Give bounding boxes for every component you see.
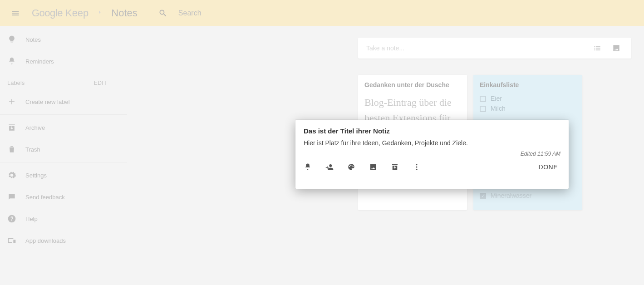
search-input[interactable] [178,9,360,17]
header: Google Keep Notes [0,0,644,26]
sidebar-item-help[interactable]: Help [0,208,127,230]
svg-point-1 [416,167,418,168]
gear-icon [7,171,25,180]
sidebar-item-downloads[interactable]: App downloads [0,230,127,251]
menu-icon[interactable] [6,4,25,22]
done-button[interactable]: DONE [534,160,562,174]
archive-icon[interactable] [391,163,399,171]
sidebar-item-feedback[interactable]: Send feedback [0,186,127,208]
sidebar-item-trash[interactable]: Trash [0,138,127,160]
logo-google: Google [32,7,63,19]
note-editor: Das ist der Titel ihrer Notiz Hier ist P… [295,120,569,189]
new-list-icon[interactable] [588,44,607,53]
trash-icon [7,145,25,154]
search-wrap [154,4,638,22]
checkbox-icon[interactable] [480,106,486,112]
sidebar-item-reminders[interactable]: Reminders [0,50,127,72]
checklist-item[interactable]: Eier [480,95,576,102]
sidebar-item-label: Trash [25,146,40,153]
note-title: Einkaufsliste [480,81,576,88]
sidebar-item-notes[interactable]: Notes [0,29,127,50]
search-icon[interactable] [154,4,172,22]
sidebar-item-label: Notes [25,36,41,43]
collaborator-icon[interactable] [325,163,334,171]
checkbox-checked-icon[interactable] [480,193,486,199]
devices-icon [7,236,25,245]
svg-point-2 [416,169,418,170]
chevron-right-icon [97,9,103,17]
sidebar-item-label: App downloads [25,237,66,244]
logo[interactable]: Google Keep [32,7,88,19]
editor-edited: Edited 11:59 AM [295,151,569,159]
sidebar-item-label: Reminders [25,58,54,65]
new-image-icon[interactable] [607,44,626,53]
palette-icon[interactable] [347,163,355,171]
feedback-icon [7,192,25,201]
edit-labels-button[interactable]: EDIT [94,80,107,86]
divider [0,162,127,162]
checklist-item[interactable]: Milch [480,105,576,112]
sidebar-item-label: Send feedback [25,194,65,201]
editor-title[interactable]: Das ist der Titel ihrer Notiz [295,120,569,138]
page-title: Notes [111,7,137,19]
help-icon [7,214,25,223]
image-icon[interactable] [369,163,377,171]
checkbox-icon[interactable] [480,96,486,102]
plus-icon [7,97,25,106]
divider [0,114,127,115]
checklist-item[interactable]: Mineralwasser [480,192,576,199]
sidebar-item-label: Archive [25,124,45,131]
editor-toolbar: DONE [295,159,569,178]
logo-keep: Keep [65,7,88,19]
lightbulb-icon [7,35,25,44]
editor-body[interactable]: Hier ist Platz für ihre Ideen, Gedanken,… [295,138,569,151]
sidebar-item-create-label[interactable]: Create new label [0,91,127,113]
note-title: Gedanken unter der Dusche [364,81,461,88]
sidebar-item-label: Create new label [25,98,70,105]
remind-icon[interactable] [304,163,312,171]
labels-header: Labels EDIT [0,72,127,91]
sidebar-item-settings[interactable]: Settings [0,164,127,186]
sidebar: Notes Reminders Labels EDIT Create new l… [0,26,127,285]
archive-icon [7,123,25,132]
svg-point-0 [416,164,418,165]
sidebar-item-label: Help [25,216,38,222]
take-note-input[interactable]: Take a note... [358,38,631,59]
more-icon[interactable] [413,163,421,171]
sidebar-item-archive[interactable]: Archive [0,117,127,138]
take-note-placeholder: Take a note... [366,44,404,52]
sidebar-item-label: Settings [25,172,47,179]
reminder-icon [7,57,25,66]
